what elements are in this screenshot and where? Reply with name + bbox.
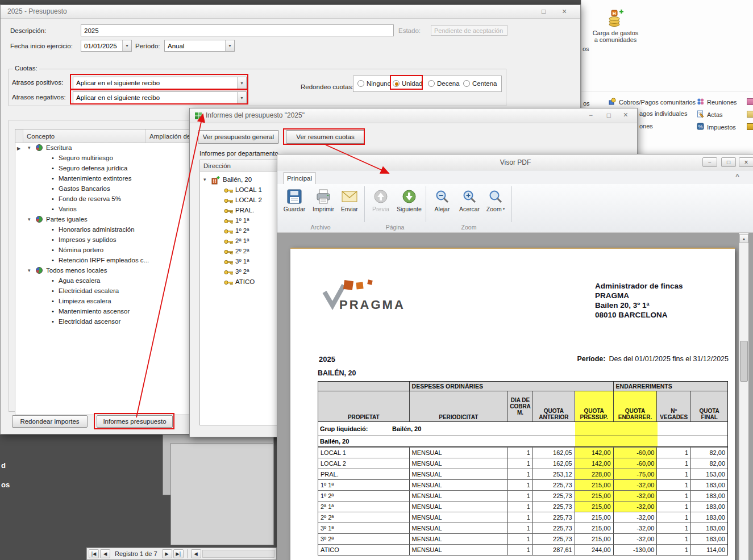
dropdown-icon[interactable]: ▾ [237, 92, 246, 103]
tree-item-label[interactable]: PRAL. [235, 207, 254, 214]
alejar-button[interactable]: Alejar [430, 186, 454, 223]
ver-resumen-cuotas-button[interactable]: Ver resumen cuotas [286, 130, 365, 144]
tree-item-label[interactable]: Nómina portero [59, 246, 103, 253]
atrasos-negativos-value: Aplicar en el siguiente recibo [73, 92, 237, 103]
informes-titlebar[interactable]: Informes del presupuesto "2025" − □ × [190, 108, 637, 123]
imprimir-button[interactable]: Imprimir [310, 186, 336, 223]
tree-item-label[interactable]: Mantenimiento ascensor [59, 308, 130, 315]
tab-principal[interactable]: Principal [283, 172, 316, 184]
tree-item-label[interactable]: LOCAL 1 [235, 186, 262, 193]
pagina-previa-button[interactable]: Previa [369, 186, 393, 223]
menu-item-actas[interactable]: Actas [697, 110, 723, 119]
maximize-icon[interactable]: □ [542, 7, 546, 15]
radio-unidad[interactable]: Unidad [393, 80, 422, 87]
atrasos-positivos-select[interactable]: Aplicar en el siguiente recibo ▾ [73, 77, 247, 89]
pdf-titlebar[interactable]: Visor PDF − □ × [277, 154, 753, 170]
radio-dot[interactable] [357, 80, 364, 87]
tree-item-label[interactable]: Seguro multiriesgo [59, 154, 113, 161]
radio-dot[interactable] [428, 80, 435, 87]
hscroll-track[interactable] [202, 550, 274, 558]
tree-group-label[interactable]: Todos menos locales [46, 267, 107, 274]
tree-item-label[interactable]: Impresos y suplidos [59, 236, 117, 243]
radio-label: Unidad [402, 80, 422, 87]
nav-prev-button[interactable]: ◀ [100, 549, 110, 558]
calendar-dropdown-icon[interactable]: ▾ [122, 40, 131, 51]
close-icon[interactable]: × [623, 111, 628, 119]
dropdown-icon[interactable]: ▾ [237, 77, 246, 89]
tree-item-label[interactable]: Seguro defensa jurídica [59, 165, 127, 172]
redondear-importes-button[interactable]: Redondear importes [12, 415, 88, 428]
tree-item-label[interactable]: 2º 2ª [235, 248, 249, 254]
tree-item-label[interactable]: Agua escalera [59, 277, 101, 284]
tree-item-label[interactable]: Limpieza escalera [59, 298, 111, 304]
carga-gastos-button[interactable]: H Carga de gastos a comunidades [589, 6, 642, 58]
tree-item-label[interactable]: LOCAL 2 [235, 197, 262, 203]
zoom-button[interactable]: Zoom▾ [484, 186, 507, 223]
dropdown-icon[interactable]: ▾ [225, 40, 234, 51]
menu-item-liquidaciones-fragment[interactable]: ones [639, 123, 653, 129]
section-row: Bailén, 20 [318, 436, 727, 447]
radio-decena[interactable]: Decena [428, 80, 460, 87]
guardar-button[interactable]: Guardar [282, 186, 307, 223]
budget-titlebar[interactable]: 2025 - Presupuesto □ × [1, 5, 580, 19]
nav-first-button[interactable]: |◀ [89, 549, 99, 558]
periodo-select[interactable]: Anual ▾ [164, 40, 235, 52]
radio-dot[interactable] [463, 80, 470, 87]
col-dia-cobram: DIA DE COBRA M. [507, 391, 532, 421]
expand-icon[interactable]: ▾ [203, 177, 206, 182]
menu-item-cobros-pagos-comunitarios[interactable]: Cobros/Pagos comunitarios [609, 98, 696, 106]
tree-item-label[interactable]: 3º 1ª [235, 258, 249, 265]
tree-item-label[interactable]: Electricidad escalera [59, 287, 119, 294]
tree-root-label[interactable]: Bailén, 20 [223, 176, 252, 183]
col-quota-final: QUOTA FINAL [690, 391, 727, 421]
maximize-button[interactable]: □ [721, 157, 736, 167]
close-button[interactable]: × [739, 157, 753, 167]
tree-item-label[interactable]: Fondo de reserva 5% [59, 195, 121, 202]
informes-presupuesto-button[interactable]: Informes presupuesto [97, 415, 173, 428]
tree-item-label[interactable]: 3º 2ª [235, 268, 249, 275]
radio-ninguno[interactable]: Ninguno [357, 80, 391, 87]
logo-text: PRAGMA [339, 298, 405, 312]
bullet-icon: • [52, 206, 54, 212]
atrasos-positivos-value: Aplicar en el siguiente recibo [73, 77, 237, 89]
nav-next-button[interactable]: ▶ [162, 549, 172, 558]
minimize-button[interactable]: − [702, 157, 717, 167]
pagina-siguiente-button[interactable]: Siguiente [395, 186, 423, 223]
tree-item-label[interactable]: 2ª 1ª [235, 237, 249, 244]
expand-icon[interactable]: ▾ [28, 216, 31, 222]
maximize-icon[interactable]: □ [607, 111, 611, 119]
ribbon-collapse-icon[interactable]: ^ [735, 173, 739, 181]
radio-centena[interactable]: Centena [463, 80, 497, 87]
tree-item-label[interactable]: Gastos Bancarios [59, 185, 110, 192]
tree-group-label[interactable]: Escritura [46, 144, 72, 151]
tree-item-label[interactable]: Honorarios administración [59, 226, 135, 233]
expand-icon[interactable]: ▾ [28, 268, 31, 273]
tree-item-label[interactable]: Mantenimiento extintores [59, 175, 131, 182]
acercar-button[interactable]: Acercar [456, 186, 482, 223]
ver-presupuesto-general-button[interactable]: Ver presupuesto general [198, 130, 279, 144]
tree-item-label[interactable]: Retención IRPF empleados c... [59, 257, 149, 264]
tree-item-label[interactable]: Varios [59, 206, 77, 212]
atrasos-negativos-select[interactable]: Aplicar en el siguiente recibo ▾ [73, 91, 247, 104]
nav-last-button[interactable]: ▶| [173, 549, 184, 558]
tree-item-label[interactable]: 1º 1ª [235, 217, 249, 224]
pdf-scrollbar[interactable]: ▲ [739, 233, 748, 560]
close-icon[interactable]: × [562, 7, 567, 15]
expand-icon[interactable]: ▾ [28, 145, 31, 151]
tree-group-label[interactable]: Partes iguales [46, 216, 88, 223]
tree-item-label[interactable]: Electricidad ascensor [59, 318, 120, 325]
menu-item-impuestos[interactable]: % Impuestos [697, 123, 736, 131]
minimize-icon[interactable]: − [589, 111, 593, 119]
tree-item-label[interactable]: 1º 2ª [235, 227, 249, 234]
enviar-button[interactable]: Enviar [338, 186, 361, 223]
fecha-inicio-picker[interactable]: 01/01/2025 ▾ [81, 40, 132, 52]
hscroll-left-button[interactable]: ◀ [191, 549, 201, 558]
menu-item-reuniones[interactable]: Reuniones [697, 98, 737, 106]
scroll-up-button[interactable]: ▲ [739, 234, 748, 243]
radio-dot-selected[interactable] [393, 80, 400, 87]
column-header-concepto[interactable]: Concepto [23, 129, 146, 143]
scrollbar-thumb[interactable] [740, 341, 748, 382]
descripcion-input[interactable] [81, 24, 394, 36]
menu-item-pagos-individuales[interactable]: agos individuales [639, 110, 687, 117]
tree-item-label[interactable]: ATICO [235, 278, 255, 285]
